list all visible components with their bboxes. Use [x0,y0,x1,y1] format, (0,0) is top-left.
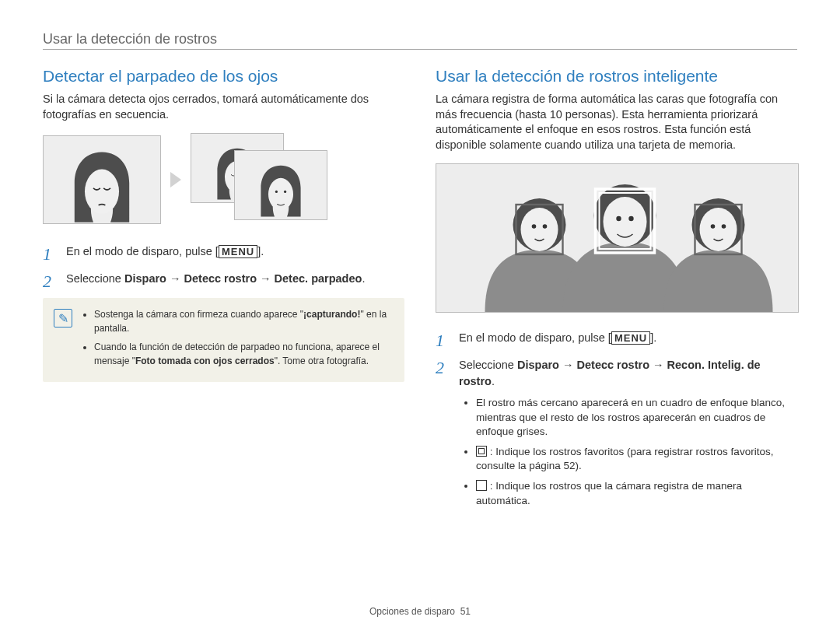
svg-point-11 [700,208,737,251]
svg-point-3 [275,191,278,193]
manual-page: Usar la detección de rostros Detectar el… [0,0,840,634]
smart-step-2: 2 Seleccione Disparo → Detecc rostro → R… [436,357,797,508]
svg-point-14 [617,217,621,221]
photo-eyes-closed [43,135,161,224]
step-text: Seleccione [66,272,124,285]
sub-bullet: El rostro más cercano aparecerá en un cu… [476,396,797,439]
svg-point-17 [723,225,726,228]
left-column: Detectar el parpadeo de los ojos Si la c… [43,67,404,519]
step-bold: Detec. parpadeo [275,272,362,285]
step-text: Seleccione [459,359,517,371]
photo-sequence [191,133,331,226]
menu-kbd: MENU [611,331,650,345]
right-column: Usar la detección de rostros inteligente… [436,67,797,519]
svg-point-7 [521,208,558,251]
menu-kbd: MENU [219,245,257,258]
step-bold: Detecc rostro [184,272,257,285]
step-text: . [362,272,365,285]
step-text: ]. [257,245,264,257]
note-bold: ¡capturando! [303,309,360,320]
photo-seq-b [234,150,327,220]
footer-section: Opciones de disparo [369,606,455,617]
svg-point-4 [284,191,286,193]
svg-point-15 [629,217,633,221]
smart-step-1: 1 En el modo de disparo, pulse [MENU]. [436,330,797,346]
sub-text: : Indique los rostros favoritos (para re… [476,446,773,471]
blink-detect-intro: Si la cámara detecta ojos cerrados, toma… [43,92,404,122]
smart-face-intro: La cámara registra de forma automática l… [436,92,797,152]
step-text: En el modo de disparo, pulse [ [66,245,219,257]
step-bold: Disparo [124,272,166,285]
auto-frame-icon [476,480,487,491]
smart-face-title: Usar la detección de rostros inteligente [436,67,797,86]
arrow: → [649,359,667,371]
favorite-frame-icon [476,446,487,457]
blink-step-1: 1 En el modo de disparo, pulse [MENU]. [43,243,404,260]
svg-point-13 [544,225,547,228]
arrow: → [166,272,184,285]
footer-page: 51 [460,606,471,617]
running-header: Usar la detección de rostros [43,31,797,47]
note-item: Sostenga la cámara con firmeza cuando ap… [94,307,394,335]
sub-bullet: : Indique los rostros que la cámara regi… [476,479,797,507]
note-item: Cuando la función de detección de parpad… [94,340,394,368]
step-bold: Disparo [517,359,559,371]
note-box: ✎ Sostenga la cámara con firmeza cuando … [43,298,404,382]
note-text: ". Tome otra fotografía. [275,356,369,366]
arrow: → [559,359,577,371]
svg-point-9 [604,197,647,247]
blink-step-2: 2 Seleccione Disparo → Detecc rostro → D… [43,271,404,287]
header-divider [43,49,797,50]
page-footer: Opciones de disparo 51 [0,606,840,617]
step-text: . [492,375,495,387]
note-text: Sostenga la cámara con firmeza cuando ap… [94,309,303,320]
step-text: En el modo de disparo, pulse [ [459,331,611,344]
svg-point-0 [85,170,119,214]
svg-point-12 [533,225,536,228]
blink-detect-title: Detectar el parpadeo de los ojos [43,67,404,86]
sub-bullet: : Indique los rostros favoritos (para re… [476,445,797,473]
group-photo [436,163,799,313]
arrow: → [257,272,275,285]
svg-point-16 [712,225,715,228]
sub-text: : Indique los rostros que la cámara regi… [476,480,742,506]
note-icon: ✎ [54,309,72,328]
step-bold: Detecc rostro [577,359,649,371]
blink-steps: 1 En el modo de disparo, pulse [MENU]. 2… [43,243,404,287]
step-text: ]. [650,331,656,344]
note-bold: Foto tomada con ojos cerrados [135,356,275,366]
blink-examples [43,133,404,226]
arrow-right-icon [170,172,181,187]
smart-face-steps: 1 En el modo de disparo, pulse [MENU]. 2… [436,330,797,508]
